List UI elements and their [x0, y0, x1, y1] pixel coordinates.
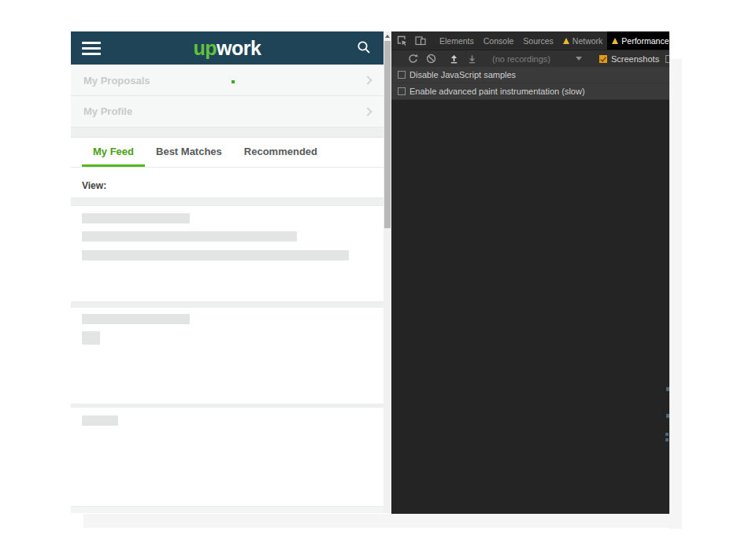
performance-toolbar: (no recordings) Screenshots Memory — [391, 50, 669, 67]
device-toolbar-icon — [415, 35, 426, 46]
device-toolbar-button[interactable] — [411, 31, 430, 50]
devtools-tab-sources[interactable]: Sources — [518, 31, 558, 50]
view-label: View: — [82, 180, 106, 191]
devtools-tab-label: Sources — [523, 36, 554, 46]
screenshots-label: Screenshots — [611, 54, 659, 64]
devtools-tab-performance[interactable]: Performance — [607, 31, 669, 50]
upwork-logo-work: work — [217, 37, 261, 59]
upwork-logo-up: up — [194, 37, 217, 59]
devtools-tab-label: Elements — [439, 36, 474, 46]
loading-spinner-dot — [232, 80, 235, 83]
tab-label: My Feed — [93, 146, 134, 157]
skeleton-bar — [82, 231, 297, 242]
job-card-skeleton — [71, 307, 384, 404]
disable-js-samples-checkbox[interactable]: Disable JavaScript samples — [391, 67, 669, 83]
devtools-tab-label: Console — [484, 36, 514, 46]
window-edge-strip — [669, 59, 682, 529]
tab-recommended[interactable]: Recommended — [233, 138, 328, 167]
feed-tabs: My Feed Best Matches Recommended — [71, 138, 384, 168]
skeleton-bar — [82, 314, 190, 324]
clipped-render-artifact — [665, 438, 669, 441]
devtools-tabbar: Elements Console Sources Network Perform… — [391, 31, 669, 50]
checkbox-unchecked-icon — [398, 71, 406, 79]
screenshots-checkbox[interactable]: Screenshots — [599, 54, 659, 64]
upload-arrow-icon — [449, 54, 459, 64]
save-profile-button[interactable] — [463, 54, 481, 64]
inspect-element-button[interactable] — [391, 31, 411, 50]
job-card-skeleton — [71, 407, 384, 507]
inspect-cursor-icon — [397, 35, 407, 46]
recordings-dropdown-value[interactable]: (no recordings) — [492, 54, 550, 64]
menu-item-my-profile[interactable]: My Profile — [71, 96, 384, 127]
clipped-render-artifact — [665, 433, 669, 436]
section-gap — [71, 198, 384, 205]
setting-label: Disable JavaScript samples — [410, 70, 516, 79]
download-arrow-icon — [467, 54, 477, 64]
upwork-mobile-page: upwork My Proposals My Profile — [71, 31, 384, 513]
devtools-tab-label: Performance — [621, 36, 669, 46]
search-icon[interactable] — [357, 40, 371, 54]
tab-my-feed[interactable]: My Feed — [82, 138, 145, 167]
skeleton-bar — [82, 331, 100, 345]
screenshot-stage: upwork My Proposals My Profile — [0, 0, 756, 550]
load-profile-button[interactable] — [445, 54, 463, 64]
skeleton-bar — [82, 213, 190, 223]
upwork-header: upwork — [71, 31, 384, 65]
skeleton-bar — [82, 415, 118, 426]
devtools-tab-network[interactable]: Network — [558, 31, 608, 50]
window-bottom-strip — [83, 514, 682, 528]
upwork-menu: My Proposals My Profile — [71, 65, 384, 127]
job-card-skeleton — [71, 205, 384, 302]
chevron-right-icon — [363, 107, 372, 116]
performance-settings: Disable JavaScript samples Enable advanc… — [391, 67, 669, 100]
section-gap — [71, 127, 384, 137]
chevron-right-icon — [363, 76, 372, 84]
view-filter-row: View: — [71, 168, 384, 198]
menu-item-label: My Profile — [83, 105, 132, 117]
performance-empty-panel — [391, 100, 669, 514]
tab-label: Recommended — [244, 146, 317, 157]
reload-and-record-button[interactable] — [404, 54, 422, 64]
setting-label: Enable advanced paint instrumentation (s… — [410, 87, 585, 96]
clear-icon — [426, 54, 436, 64]
advanced-paint-instrumentation-checkbox[interactable]: Enable advanced paint instrumentation (s… — [391, 83, 669, 100]
upwork-logo[interactable]: upwork — [71, 37, 384, 60]
scroll-up-arrow-icon — [385, 35, 390, 38]
devtools-tab-label: Network — [573, 36, 603, 46]
tab-best-matches[interactable]: Best Matches — [145, 138, 233, 167]
scrollbar-thumb[interactable] — [384, 41, 391, 228]
scrollbar-up-button[interactable] — [384, 31, 391, 41]
menu-item-my-proposals[interactable]: My Proposals — [71, 65, 384, 96]
skeleton-bar — [82, 250, 349, 260]
devtools-panel: Elements Console Sources Network Perform… — [391, 31, 669, 514]
reload-icon — [408, 54, 418, 64]
page-scrollbar[interactable] — [384, 31, 391, 513]
devtools-tab-console[interactable]: Console — [479, 31, 519, 50]
devtools-tab-elements[interactable]: Elements — [435, 31, 479, 50]
warning-icon — [612, 38, 618, 44]
clear-recordings-button[interactable] — [422, 54, 440, 64]
menu-item-label: My Proposals — [83, 75, 150, 87]
checkbox-unchecked-icon — [398, 87, 406, 95]
dropdown-caret-icon[interactable] — [576, 57, 582, 61]
tab-label: Best Matches — [156, 146, 222, 157]
feed-tabs-card: My Feed Best Matches Recommended View: — [71, 137, 384, 198]
warning-icon — [563, 38, 569, 44]
checkbox-checked-icon — [599, 55, 607, 63]
